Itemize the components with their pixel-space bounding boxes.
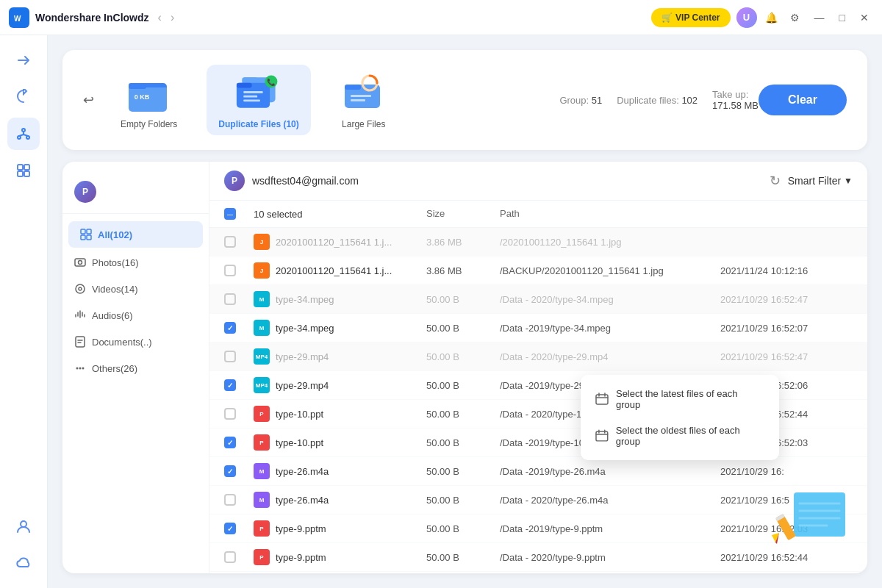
- forward-nav[interactable]: ›: [168, 10, 177, 26]
- file-checkbox[interactable]: [224, 465, 236, 477]
- file-checkbox[interactable]: [224, 351, 236, 362]
- row-checkbox[interactable]: [224, 236, 254, 248]
- svg-point-32: [79, 261, 82, 265]
- maximize-button[interactable]: □: [835, 12, 850, 24]
- category-photos-label: Photos(16): [92, 257, 139, 268]
- svg-rect-27: [81, 229, 85, 234]
- file-checkbox[interactable]: [224, 551, 236, 563]
- refresh-button[interactable]: ↻: [770, 173, 781, 189]
- table-row[interactable]: M type-26.m4a 50.00 B /Data -2019/type-2…: [209, 457, 867, 486]
- category-others[interactable]: Others(26): [62, 355, 209, 381]
- file-type-icon: J: [254, 234, 270, 250]
- smart-filter-button[interactable]: Smart Filter ▼: [788, 175, 853, 187]
- category-documents[interactable]: Documents(..): [62, 329, 209, 355]
- file-checkbox[interactable]: [224, 322, 236, 334]
- dropdown-latest[interactable]: Select the latest files of each group: [587, 381, 773, 417]
- file-name: M type-34.mpeg: [254, 291, 426, 307]
- file-checkbox[interactable]: [224, 293, 236, 305]
- svg-rect-16: [237, 83, 252, 88]
- sidebar-item-account[interactable]: [7, 510, 40, 542]
- sidebar-item-apps[interactable]: [7, 154, 40, 187]
- svg-point-36: [76, 368, 79, 370]
- file-name-text: type-10.ppt: [276, 437, 323, 448]
- file-path: /Data -2019/type-26.m4a: [500, 466, 720, 477]
- sidebar-item-cloud[interactable]: [7, 547, 40, 579]
- file-name-text: type-29.mp4: [276, 351, 329, 362]
- user-avatar[interactable]: U: [736, 7, 757, 28]
- row-checkbox[interactable]: [224, 408, 254, 420]
- close-button[interactable]: ✕: [856, 12, 873, 24]
- row-checkbox[interactable]: [224, 293, 254, 305]
- file-name: M type-26.m4a: [254, 463, 426, 479]
- table-row[interactable]: J 20201001120_115641 1.j... 3.86 MB /202…: [209, 228, 867, 257]
- file-checkbox[interactable]: [224, 265, 236, 276]
- smart-filter-label: Smart Filter: [788, 175, 841, 187]
- file-checkbox[interactable]: [224, 408, 236, 420]
- dropdown-oldest[interactable]: Select the oldest files of each group: [587, 417, 773, 454]
- file-size: 50.00 B: [426, 552, 500, 563]
- table-row[interactable]: P type-9.pptm 50.00 B /Data -2019/type-9…: [209, 514, 867, 543]
- file-name-text: type-29.mp4: [276, 380, 329, 391]
- tool-large-files[interactable]: Large Files: [329, 65, 399, 135]
- tool-selector-card: ↩ 0 KB Empty Folders: [62, 50, 867, 150]
- clear-button[interactable]: Clear: [759, 85, 847, 115]
- file-checkbox[interactable]: [224, 523, 236, 534]
- titlebar: W Wondershare InClowdz ‹ › 🛒 VIP Center …: [0, 0, 882, 35]
- row-checkbox[interactable]: [224, 494, 254, 506]
- svg-rect-31: [75, 259, 85, 266]
- svg-rect-26: [351, 99, 365, 101]
- tool-empty-folders[interactable]: 0 KB Empty Folders: [109, 65, 189, 135]
- category-videos[interactable]: Videos(14): [62, 276, 209, 302]
- table-row[interactable]: J 20201001120_115641 1.j... 3.86 MB /BAC…: [209, 257, 867, 285]
- svg-rect-35: [76, 337, 85, 347]
- notification-icon[interactable]: 🔔: [763, 9, 781, 26]
- sidebar: [0, 35, 48, 588]
- category-videos-label: Videos(14): [92, 284, 138, 295]
- file-checkbox[interactable]: [224, 236, 236, 248]
- category-audios[interactable]: Audios(6): [62, 302, 209, 329]
- file-name-text: 20201001120_115641 1.j...: [276, 237, 392, 248]
- file-name: P type-9.pptm: [254, 520, 426, 537]
- vip-center-button[interactable]: 🛒 VIP Center: [651, 8, 730, 27]
- table-row[interactable]: M type-34.mpeg 50.00 B /Data - 2020/type…: [209, 285, 867, 314]
- file-name: MP4 type-29.mp4: [254, 377, 426, 393]
- back-button[interactable]: ↩: [83, 92, 94, 108]
- row-checkbox[interactable]: [224, 265, 254, 276]
- file-name: M type-26.m4a: [254, 492, 426, 508]
- minimize-button[interactable]: —: [810, 12, 829, 24]
- select-all-checkbox[interactable]: [224, 208, 236, 220]
- table-row[interactable]: M type-34.mpeg 50.00 B /Data -2019/type-…: [209, 314, 867, 343]
- table-row[interactable]: M type-26.m4a 50.00 B /Data - 2020/type-…: [209, 486, 867, 514]
- table-row[interactable]: P type-9.pptm 50.00 B /Data - 2020/type-…: [209, 543, 867, 572]
- category-all[interactable]: All(102): [68, 221, 203, 248]
- row-checkbox[interactable]: [224, 322, 254, 334]
- row-checkbox[interactable]: [224, 437, 254, 448]
- dropdown-latest-label: Select the latest files of each group: [616, 388, 764, 410]
- documents-icon: [74, 336, 86, 348]
- tool-duplicate-files[interactable]: 📞 Duplicate Files (10): [207, 65, 310, 135]
- settings-icon[interactable]: ⚙: [786, 9, 804, 26]
- table-row[interactable]: MP4 type-29.mp4 50.00 B /Data - 2020/typ…: [209, 343, 867, 371]
- file-checkbox[interactable]: [224, 437, 236, 448]
- row-checkbox[interactable]: [224, 379, 254, 391]
- category-all-label: All(102): [98, 229, 132, 240]
- svg-rect-7: [18, 171, 23, 176]
- svg-point-38: [82, 368, 85, 370]
- row-checkbox[interactable]: [224, 465, 254, 477]
- svg-rect-19: [243, 99, 260, 101]
- cart-icon: 🛒: [662, 12, 673, 23]
- sidebar-item-sync[interactable]: [7, 81, 40, 113]
- file-checkbox[interactable]: [224, 494, 236, 506]
- file-type-icon: M: [254, 463, 270, 479]
- row-checkbox[interactable]: [224, 351, 254, 362]
- sidebar-item-manage[interactable]: [7, 118, 40, 150]
- row-checkbox[interactable]: [224, 551, 254, 563]
- duplicate-files-icon-wrap: 📞: [235, 71, 282, 115]
- category-photos[interactable]: Photos(16): [62, 249, 209, 276]
- sidebar-item-transfer[interactable]: [7, 44, 40, 76]
- account-avatar-right: P: [224, 171, 245, 191]
- row-checkbox[interactable]: [224, 523, 254, 534]
- file-size: 50.00 B: [426, 294, 500, 305]
- file-checkbox[interactable]: [224, 379, 236, 391]
- back-nav[interactable]: ‹: [155, 10, 165, 26]
